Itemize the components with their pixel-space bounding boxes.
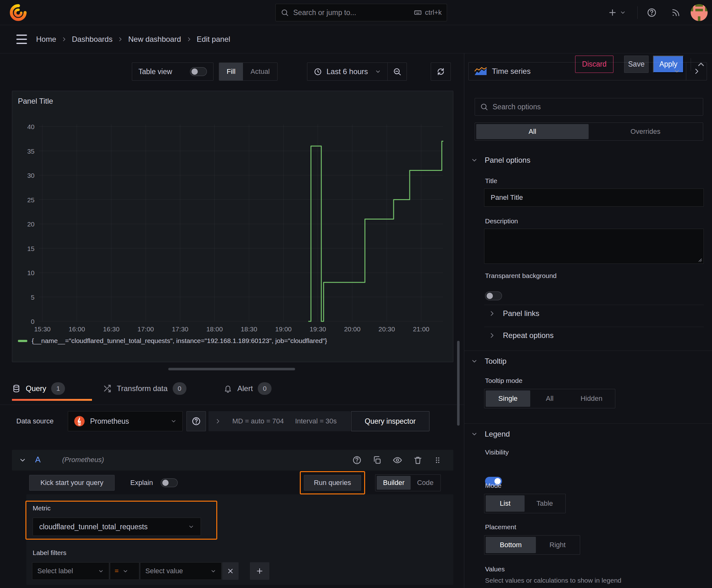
search-options-box[interactable]: Search options [475,98,703,115]
tab-alert[interactable]: Alert 0 [223,378,272,399]
remove-filter-button[interactable] [222,562,239,580]
search-shortcut: ctrl+k [425,8,442,17]
legend-header[interactable]: Legend [471,430,510,439]
svg-text:19:30: 19:30 [309,326,326,333]
panel-title-input[interactable] [484,188,704,207]
chevron-right-icon [489,332,495,339]
datasource-label: Data source [16,417,54,425]
tooltip-mode-single[interactable]: Single [486,391,530,407]
sidebar-divider[interactable] [464,54,464,588]
keyboard-icon [414,8,422,17]
table-view-toggle[interactable] [190,67,207,76]
panel-links-header[interactable]: Panel links [489,309,539,318]
add-filter-button[interactable] [250,562,269,580]
tab-query[interactable]: Query 1 [12,378,65,399]
query-help-icon[interactable] [352,456,362,465]
legend-series-label: {__name__="cloudflared_tunnel_total_requ… [32,337,327,344]
svg-text:10: 10 [27,269,35,276]
grafana-logo[interactable] [9,4,27,21]
delete-query-icon[interactable] [413,456,423,465]
toggle-visibility-icon[interactable] [392,455,403,465]
visualization-picker[interactable]: Time series [469,63,686,80]
query-inspector-button[interactable]: Query inspector [351,411,429,431]
time-range-group: Last 6 hours [307,63,407,81]
chevron-down-icon [375,68,381,75]
zoom-out-button[interactable] [388,67,407,76]
repeat-options-header[interactable]: Repeat options [489,331,554,340]
transparent-background-toggle[interactable] [485,292,502,300]
chevron-down-icon [673,68,680,75]
breadcrumb-new-dashboard[interactable]: New dashboard [128,35,181,44]
chart-legend[interactable]: {__name__="cloudflared_tunnel_total_requ… [18,337,327,344]
legend-placement-bottom[interactable]: Bottom [486,537,536,553]
chevron-down-icon [471,430,478,438]
breadcrumb-dashboards[interactable]: Dashboards [72,35,112,44]
clock-icon [314,67,322,76]
query-options-summary[interactable]: MD = auto = 704 Interval = 30s [209,411,350,431]
query-row-header[interactable]: A (Prometheus) [12,450,453,470]
visualization-picker-group: Time series [468,62,707,80]
scrollbar-thumb[interactable] [457,341,459,426]
legend-series-marker [18,340,27,342]
metric-select[interactable]: cloudflared_tunnel_total_requests [33,518,201,536]
legend-placement-label: Placement [485,523,516,531]
kick-start-query-button[interactable]: Kick start your query [29,475,114,491]
global-search-box[interactable]: Search or jump to... ctrl+k [275,4,447,21]
tooltip-header[interactable]: Tooltip [471,357,506,365]
svg-text:20:30: 20:30 [379,326,395,333]
legend-placement-right[interactable]: Right [537,537,579,553]
chevron-right-icon [489,310,495,317]
section-divider-full [464,423,712,424]
chevron-down-icon [188,524,194,530]
datasource-picker[interactable]: Prometheus [68,411,183,431]
legend-mode-list[interactable]: List [486,495,524,512]
help-button[interactable] [647,7,657,18]
legend-mode-table[interactable]: Table [525,495,564,512]
new-menu-button[interactable] [608,7,626,18]
panel-options-header[interactable]: Panel options [471,156,530,165]
run-queries-button[interactable]: Run queries [304,475,361,491]
datasource-help-button[interactable] [187,411,206,431]
menu-toggle[interactable] [16,35,27,44]
query-ref-id[interactable]: A [35,455,41,465]
chevron-down-icon [170,418,177,424]
builder-option[interactable]: Builder [377,476,411,490]
actual-option[interactable]: Actual [243,63,277,80]
tab-transform-label: Transform data [117,384,168,393]
code-option[interactable]: Code [411,476,439,490]
drag-handle-icon[interactable] [433,456,442,465]
tab-overrides[interactable]: Overrides [589,124,702,139]
duplicate-query-icon[interactable] [372,456,382,465]
refresh-button[interactable] [431,63,451,81]
tooltip-mode-all[interactable]: All [531,391,568,407]
pane-resize-handle[interactable] [168,368,295,370]
resize-corner-icon [696,256,702,262]
tooltip-mode-hidden[interactable]: Hidden [569,391,614,407]
select-value-placeholder: Select value [145,567,210,575]
svg-text:20: 20 [27,220,35,228]
top-nav-bar: Search or jump to... ctrl+k [0,0,712,25]
chevron-down-icon[interactable] [19,456,26,464]
svg-text:21:00: 21:00 [413,326,429,333]
timeseries-viz-icon [474,67,487,76]
select-label-dropdown[interactable]: Select label [32,562,109,580]
description-textarea[interactable] [484,229,704,264]
fill-option[interactable]: Fill [219,63,243,80]
time-range-picker[interactable]: Last 6 hours [307,63,387,80]
tab-all[interactable]: All [476,124,589,139]
legend-values-help: Select values or calculations to show in… [485,577,621,584]
tab-query-count: 1 [51,382,65,395]
tab-query-label: Query [26,384,46,393]
close-icon [226,567,234,575]
collapse-options-pane-button[interactable] [686,63,707,80]
news-button[interactable] [671,8,681,17]
explain-toggle[interactable] [161,478,178,487]
explain-label: Explain [130,479,153,487]
select-value-dropdown[interactable]: Select value [140,562,222,580]
tab-transform[interactable]: Transform data 0 [103,378,187,399]
breadcrumb-home[interactable]: Home [36,35,56,44]
svg-text:16:00: 16:00 [68,326,85,333]
operator-dropdown[interactable]: = [110,562,139,580]
chevron-right-icon [61,37,67,42]
user-avatar[interactable] [691,4,708,21]
